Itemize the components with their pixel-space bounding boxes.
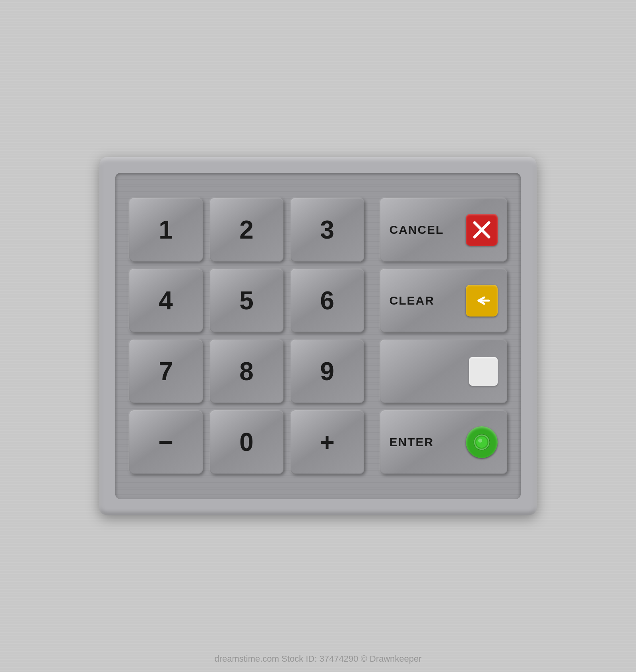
- key-9-button[interactable]: 9: [291, 340, 364, 403]
- clear-icon: [466, 285, 498, 317]
- enter-button[interactable]: ENTER: [380, 410, 507, 474]
- svg-point-8: [478, 439, 482, 443]
- backspace-arrow: [471, 290, 492, 311]
- action-column: CANCEL CLEAR: [380, 198, 507, 474]
- atm-outer: 1 2 3 4 5 6 7 8: [99, 157, 537, 515]
- key-7-button[interactable]: 7: [129, 340, 203, 403]
- key-8-button[interactable]: 8: [210, 340, 283, 403]
- enter-label: ENTER: [390, 435, 434, 449]
- numeric-grid: 1 2 3 4 5 6 7 8: [129, 198, 364, 474]
- key-4-button[interactable]: 4: [129, 269, 203, 332]
- clear-button[interactable]: CLEAR: [380, 269, 507, 332]
- key-1-button[interactable]: 1: [129, 198, 203, 262]
- cancel-button[interactable]: CANCEL: [380, 198, 507, 262]
- key-0-button[interactable]: 0: [210, 410, 283, 474]
- cancel-label: CANCEL: [390, 223, 444, 237]
- blank-icon: [469, 357, 498, 386]
- cancel-icon: [466, 214, 498, 246]
- watermark: dreamstime.com Stock ID: 37474290 © Draw…: [214, 654, 421, 664]
- key-6-button[interactable]: 6: [291, 269, 364, 332]
- key-plus-button[interactable]: +: [291, 410, 364, 474]
- enter-icon: [466, 426, 498, 458]
- clear-label: CLEAR: [390, 294, 434, 307]
- key-2-button[interactable]: 2: [210, 198, 283, 262]
- enter-circle: [471, 432, 492, 453]
- key-5-button[interactable]: 5: [210, 269, 283, 332]
- svg-point-7: [476, 437, 487, 448]
- key-minus-button[interactable]: −: [129, 410, 203, 474]
- blank-button[interactable]: [380, 340, 507, 403]
- key-3-button[interactable]: 3: [291, 198, 364, 262]
- x-symbol: [471, 219, 492, 240]
- atm-panel: 1 2 3 4 5 6 7 8: [115, 173, 521, 499]
